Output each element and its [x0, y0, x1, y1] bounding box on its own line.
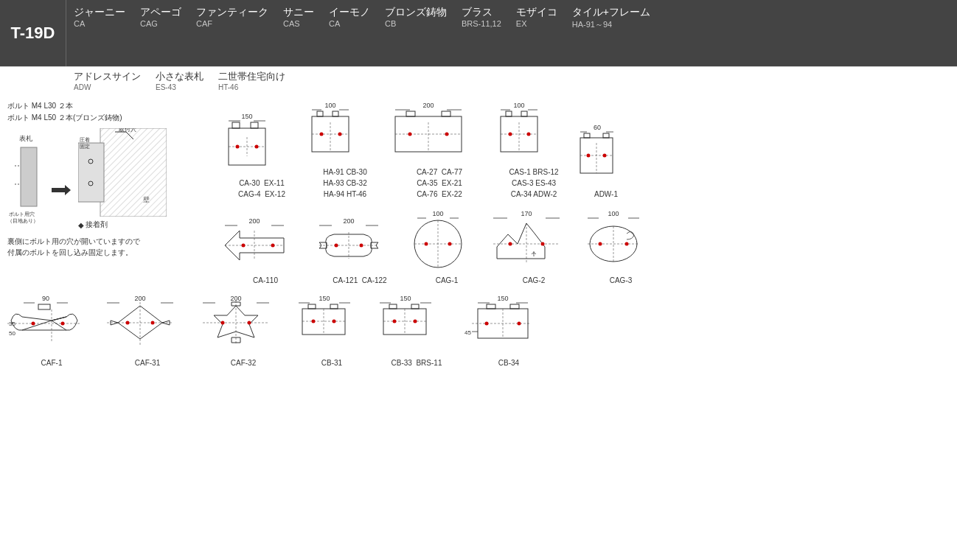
svg-point-56 [527, 133, 531, 136]
diagram-cb31: 150 CB-31 [295, 295, 369, 368]
diagram-cag2: 170 CAG-2 [490, 209, 578, 286]
diagram-ca27: 200 CA-27 CA-77 CA-35 EX-21 CA-76 EX-22 [388, 100, 491, 200]
svg-point-96 [541, 242, 545, 246]
svg-rect-40 [406, 111, 415, 116]
svg-marker-126 [214, 306, 258, 337]
bottom-row: 90 35 50 CAF-1 200 [0, 292, 957, 371]
svg-rect-7 [100, 128, 167, 217]
svg-point-45 [408, 133, 412, 136]
nav-item: ブロンズ鋳物CB [385, 6, 447, 28]
svg-point-121 [126, 321, 130, 325]
svg-rect-41 [442, 111, 450, 116]
svg-rect-155 [510, 304, 519, 309]
svg-rect-0 [21, 147, 37, 206]
svg-text:45: 45 [464, 329, 471, 336]
svg-rect-154 [487, 304, 495, 309]
main-content: ボルト M4 L30 ２本 ボルト M4 L50 ２本(ブロンズ鋳物) 表札 ボ… [0, 94, 957, 292]
svg-text:固定: 固定 [80, 144, 90, 149]
svg-text:100: 100 [513, 102, 524, 109]
svg-point-114 [61, 322, 65, 326]
svg-rect-8 [78, 143, 104, 202]
nav-item: サニーCAS [283, 6, 314, 28]
svg-point-104 [625, 242, 629, 246]
svg-point-139 [312, 320, 316, 323]
nameplate-label: 表札 [19, 134, 32, 144]
svg-point-26 [255, 145, 259, 149]
diagram-ha91: 100 HA-91 CB-30 HA-93 CB-32 HA-94 HT-46 [308, 100, 382, 200]
svg-rect-50 [506, 111, 512, 116]
sub-nav: アドレスサインADW小さな表札ES-43二世帯住宅向けHT-46 [0, 66, 957, 94]
svg-point-36 [338, 133, 342, 136]
svg-rect-108 [38, 304, 50, 309]
diagram-cb34: 150 45 CB-34 [464, 295, 553, 368]
svg-rect-135 [330, 304, 338, 309]
svg-point-35 [320, 133, 324, 136]
diagram-caf32: 200 CAF-32 [199, 295, 288, 368]
sub-nav-item: アドレスサインADW [74, 70, 141, 91]
svg-point-89 [448, 242, 452, 246]
svg-point-113 [32, 322, 35, 326]
svg-point-80 [335, 244, 338, 248]
arrow-svg [50, 179, 72, 201]
svg-text:200: 200 [422, 102, 434, 109]
svg-point-74 [271, 244, 275, 248]
bottom-note: 裏側にボルト用の穴が開いていますので 付属のボルトを回し込み固定します。 [7, 236, 214, 258]
svg-point-46 [445, 133, 449, 136]
nav-item: ファンティークCAF [196, 6, 268, 28]
diagram-cb33: 150 CB-33 BRS-11 [376, 295, 457, 368]
svg-point-81 [360, 244, 363, 248]
svg-text:100: 100 [608, 210, 619, 217]
svg-rect-134 [308, 304, 316, 309]
nav-item: タイル+フレームHA-91～94 [572, 6, 650, 30]
svg-rect-31 [333, 111, 338, 116]
svg-point-161 [485, 322, 489, 326]
svg-point-162 [518, 322, 521, 326]
diagram-cag1: 100 CAG-1 [410, 209, 484, 286]
svg-text:200: 200 [343, 217, 354, 225]
svg-point-65 [587, 154, 591, 158]
bolt-info: ボルト M4 L30 ２本 ボルト M4 L50 ２本(ブロンズ鋳物) [7, 100, 214, 124]
svg-text:100: 100 [432, 210, 443, 217]
svg-point-149 [393, 320, 397, 323]
svg-text:150: 150 [319, 295, 330, 302]
diagram-cas1: 100 CAS-1 BRS-12 CAS-3 ES-43 CA-34 ADW-2 [497, 100, 571, 200]
svg-point-140 [333, 320, 336, 323]
svg-point-95 [509, 242, 512, 246]
svg-rect-61 [603, 133, 609, 138]
svg-marker-5 [52, 185, 71, 195]
svg-rect-145 [411, 304, 419, 309]
diagrams-row2: 200 CA-110 200 [221, 209, 950, 286]
svg-point-88 [425, 242, 428, 246]
nav-item: ブラスBRS-11,12 [462, 6, 501, 28]
nameplate-svg: ボルト用穴 （目地あり） [7, 144, 44, 225]
svg-point-130 [248, 321, 251, 325]
svg-point-25 [236, 145, 240, 149]
svg-text:ボルト用穴: ボルト用穴 [9, 211, 35, 217]
svg-text:50: 50 [9, 330, 15, 337]
svg-text:取付穴: 取付穴 [119, 128, 136, 133]
svg-text:100: 100 [324, 102, 335, 109]
svg-text:200: 200 [248, 217, 260, 225]
svg-point-66 [603, 154, 607, 158]
svg-text:60: 60 [594, 124, 601, 131]
svg-point-73 [242, 244, 246, 248]
sub-nav-item: 二世帯住宅向けHT-46 [218, 70, 285, 91]
svg-rect-144 [389, 304, 397, 309]
nav-items: ジャーニーCAアペーゴCAGファンティークCAFサニーCASイーモノCAブロンズ… [66, 0, 672, 66]
diagrams-section: 150 CA-30 EX-11 CA [221, 100, 950, 286]
diagram-cag3: 100 CAG-3 [584, 209, 658, 286]
svg-text:170: 170 [521, 210, 532, 217]
diagram-caf1: 90 35 50 CAF-1 [7, 295, 96, 368]
svg-text:（目地あり）: （目地あり） [7, 218, 38, 224]
svg-rect-60 [584, 133, 590, 138]
diagram-ca121: 200 CA-121 CA-122 [316, 216, 404, 286]
svg-point-150 [414, 320, 417, 323]
svg-text:150: 150 [400, 295, 411, 302]
svg-text:90: 90 [42, 295, 49, 302]
svg-text:150: 150 [497, 295, 508, 302]
svg-text:壁: 壁 [143, 196, 150, 203]
nav-item: アペーゴCAG [140, 6, 181, 28]
svg-rect-51 [521, 111, 527, 116]
nav-item: ジャーニーCA [74, 6, 125, 28]
diagram-adw1: 60 ADW-1 [577, 122, 636, 200]
